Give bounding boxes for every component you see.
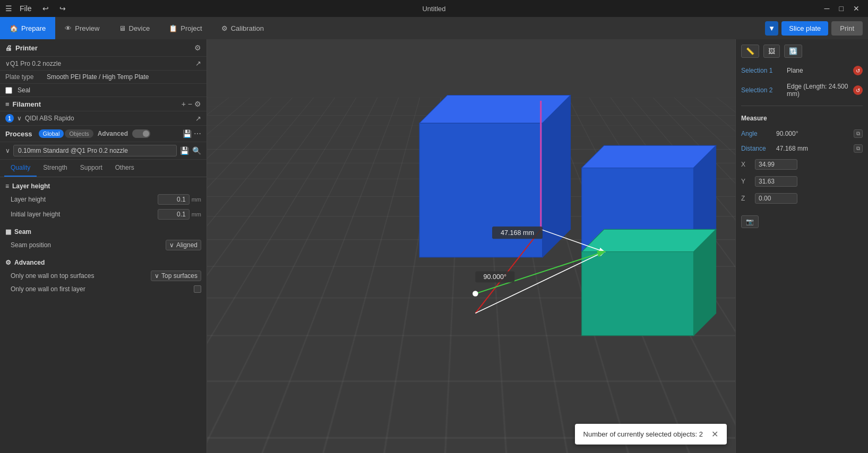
advanced-icon: ⚙ (5, 259, 11, 266)
one-wall-first-value (194, 285, 201, 293)
tab-calibration-label: Calibration (231, 24, 264, 32)
notification-bar: Number of currently selected objects: 2 … (575, 424, 727, 445)
titlebar-controls: ─ □ ✕ (821, 3, 863, 14)
filament-dropdown-icon: ∨ (17, 115, 22, 122)
one-wall-top-dropdown[interactable]: ∨ Top surfaces (151, 271, 201, 281)
distance-value: 47.168 mm (776, 145, 850, 152)
tab-preview[interactable]: 👁 Preview (55, 17, 109, 39)
seam-group-title: ▦ Seam (5, 226, 201, 238)
seam-position-dropdown[interactable]: ∨ Aligned (166, 240, 201, 250)
notification-message: Number of currently selected objects: 2 (583, 430, 703, 438)
measure-view-btn[interactable]: 🖼 (763, 45, 780, 58)
tab-quality[interactable]: Quality (4, 160, 37, 177)
left-panel: 🖨 Printer ⚙ ∨ Q1 Pro 0.2 nozzle ↗ Plate … (0, 39, 207, 453)
selection1-row: Selection 1 Plane ↺ (741, 64, 863, 77)
selection1-label: Selection 1 (741, 67, 784, 74)
selection2-label: Selection 2 (741, 86, 784, 94)
filament-title: Filament (13, 100, 41, 108)
initial-layer-height-label: Initial layer height (11, 211, 158, 218)
filament-badge: 1 (5, 114, 14, 123)
maximize-btn[interactable]: □ (836, 3, 847, 14)
slice-plate-btn[interactable]: Slice plate (781, 21, 828, 36)
undo-btn[interactable]: ↩ (39, 3, 52, 14)
profile-save-btn[interactable]: 💾 (180, 146, 189, 155)
svg-text:47.168 mm: 47.168 mm (501, 229, 534, 237)
tab-prepare[interactable]: 🏠 Prepare (0, 17, 55, 39)
layer-height-input[interactable] (158, 194, 190, 205)
viewport[interactable]: ↩ return ⬛ ⊞ 🔄 ▦ ✥ ⬟ ⬕ 📏 🖼 🔃 (207, 39, 735, 453)
objects-toggle[interactable]: Objects (65, 129, 93, 138)
tab-support[interactable]: Support (74, 160, 109, 177)
nav-right: ▼ Slice plate Print (765, 21, 868, 36)
printer-settings-btn[interactable]: ⚙ (194, 43, 201, 52)
plate-type-row: Plate type Smooth PEI Plate / High Temp … (0, 71, 207, 84)
x-input[interactable] (755, 159, 797, 170)
tab-others[interactable]: Others (109, 160, 141, 177)
profile-search-btn[interactable]: 🔍 (192, 146, 201, 155)
measure-orient-btn[interactable]: 🔃 (784, 45, 802, 58)
file-menu[interactable]: File (16, 3, 35, 14)
rp-screenshot-btn[interactable]: 📷 (741, 215, 759, 228)
initial-layer-height-value: mm (158, 209, 201, 220)
close-btn[interactable]: ✕ (850, 3, 863, 14)
y-input[interactable] (755, 176, 797, 187)
rp-divider (741, 106, 863, 106)
seam-position-row: Seam position ∨ Aligned (5, 238, 201, 252)
plate-type-label: Plate type (5, 73, 42, 81)
seal-label: Seal (18, 86, 30, 94)
z-input[interactable] (755, 193, 797, 204)
window-title: Untitled (422, 5, 445, 13)
filament-btns: + − ⚙ (182, 100, 201, 108)
tab-calibration[interactable]: ⚙ Calibration (212, 17, 273, 39)
remove-filament-btn[interactable]: − (188, 100, 192, 108)
advanced-label: Advanced (98, 130, 128, 137)
measure-ruler-btn[interactable]: 📏 (741, 45, 759, 58)
printer-section-header: 🖨 Printer ⚙ (0, 39, 207, 57)
menu-icon[interactable]: ☰ (5, 4, 12, 13)
selection2-value: Edge (Length: 24.500 mm) (787, 83, 850, 98)
right-panel: 📏 🖼 🔃 Selection 1 Plane ↺ Selection 2 Ed… (735, 39, 868, 453)
one-wall-first-checkbox[interactable] (194, 285, 201, 293)
measure-title: Measure (741, 112, 863, 124)
print-btn[interactable]: Print (831, 21, 863, 36)
selection2-refresh-btn[interactable]: ↺ (853, 85, 863, 95)
global-toggle[interactable]: Global (39, 129, 64, 138)
svg-marker-6 (582, 252, 694, 336)
seal-checkbox[interactable] (5, 87, 12, 94)
z-coord-row: Z (741, 192, 863, 205)
rp-bottom-area: 📷 (741, 213, 863, 228)
advanced-toggle[interactable] (132, 129, 150, 138)
seam-position-val-text: Aligned (176, 241, 197, 249)
angle-copy-btn[interactable]: ⧉ (854, 129, 863, 138)
layer-height-value: mm (158, 194, 201, 205)
tab-project[interactable]: 📋 Project (159, 17, 211, 39)
printer-edit-btn[interactable]: ↗ (195, 59, 201, 67)
selection1-refresh-btn[interactable]: ↺ (853, 66, 863, 75)
tab-strength[interactable]: Strength (37, 160, 73, 177)
notification-close-btn[interactable]: ✕ (711, 429, 718, 439)
top-surfaces-text: Top surfaces (161, 272, 197, 280)
process-title: Process (5, 130, 32, 138)
seam-position-label: Seam position (11, 241, 166, 249)
svg-marker-7 (582, 229, 716, 251)
redo-btn[interactable]: ↪ (56, 3, 69, 14)
tab-device[interactable]: 🖥 Device (109, 17, 160, 39)
filament-edit-btn[interactable]: ↗ (195, 115, 201, 123)
process-menu-btn[interactable]: ⋯ (194, 129, 201, 138)
x-label: X (741, 161, 752, 168)
project-icon: 📋 (169, 24, 177, 32)
one-wall-top-row: Only one wall on top surfaces ∨ Top surf… (5, 268, 201, 283)
process-section-header: Process Global Objects Advanced 💾 ⋯ (0, 126, 207, 142)
slice-dropdown-arrow[interactable]: ▼ (765, 21, 778, 36)
scene-canvas: 47.168 mm 90.000° (207, 39, 735, 453)
initial-layer-height-input[interactable] (158, 209, 190, 220)
minimize-btn[interactable]: ─ (821, 3, 833, 14)
add-filament-btn[interactable]: + (182, 100, 186, 108)
svg-text:90.000°: 90.000° (483, 273, 506, 281)
filament-name: QIDI ABS Rapido (25, 115, 74, 122)
layer-height-label: Layer height (11, 196, 158, 203)
selection1-value: Plane (787, 67, 850, 74)
process-save-btn[interactable]: 💾 (183, 129, 192, 138)
distance-copy-btn[interactable]: ⧉ (854, 144, 863, 153)
filament-settings-btn[interactable]: ⚙ (194, 100, 201, 108)
